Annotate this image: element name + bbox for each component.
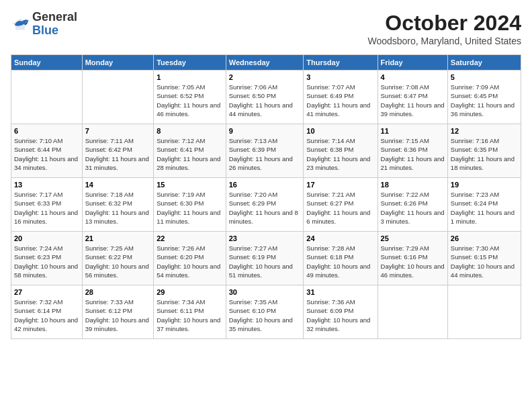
day-info: Sunrise: 7:19 AM Sunset: 6:30 PM Dayligh… bbox=[157, 190, 223, 226]
calendar-cell: 11Sunrise: 7:15 AM Sunset: 6:36 PM Dayli… bbox=[378, 124, 447, 178]
calendar-cell: 1Sunrise: 7:05 AM Sunset: 6:52 PM Daylig… bbox=[154, 71, 226, 124]
calendar-cell: 16Sunrise: 7:20 AM Sunset: 6:29 PM Dayli… bbox=[226, 178, 304, 232]
calendar-cell: 5Sunrise: 7:09 AM Sunset: 6:45 PM Daylig… bbox=[447, 71, 521, 124]
calendar-cell: 14Sunrise: 7:18 AM Sunset: 6:32 PM Dayli… bbox=[82, 178, 154, 232]
calendar-cell: 2Sunrise: 7:06 AM Sunset: 6:50 PM Daylig… bbox=[226, 71, 304, 124]
day-number: 11 bbox=[381, 127, 445, 135]
calendar-cell: 26Sunrise: 7:30 AM Sunset: 6:15 PM Dayli… bbox=[447, 232, 521, 285]
day-number: 2 bbox=[229, 73, 301, 81]
calendar-header-monday: Monday bbox=[82, 55, 154, 71]
page-header: General Blue October 2024 Woodsboro, Mar… bbox=[11, 11, 521, 46]
day-info: Sunrise: 7:16 AM Sunset: 6:35 PM Dayligh… bbox=[451, 136, 518, 172]
day-number: 17 bbox=[306, 181, 374, 189]
month-title: October 2024 bbox=[367, 11, 521, 36]
day-number: 12 bbox=[451, 127, 518, 135]
calendar-cell: 23Sunrise: 7:27 AM Sunset: 6:19 PM Dayli… bbox=[226, 232, 304, 285]
day-info: Sunrise: 7:22 AM Sunset: 6:26 PM Dayligh… bbox=[381, 190, 445, 226]
day-number: 26 bbox=[451, 234, 518, 242]
day-number: 28 bbox=[85, 288, 151, 296]
day-number: 22 bbox=[157, 234, 223, 242]
calendar-week-4: 20Sunrise: 7:24 AM Sunset: 6:23 PM Dayli… bbox=[11, 232, 521, 285]
calendar-cell: 21Sunrise: 7:25 AM Sunset: 6:22 PM Dayli… bbox=[82, 232, 154, 285]
day-info: Sunrise: 7:11 AM Sunset: 6:42 PM Dayligh… bbox=[85, 136, 151, 172]
logo-text: General Blue bbox=[32, 11, 77, 38]
day-info: Sunrise: 7:34 AM Sunset: 6:11 PM Dayligh… bbox=[157, 298, 223, 333]
day-info: Sunrise: 7:18 AM Sunset: 6:32 PM Dayligh… bbox=[85, 190, 151, 226]
calendar-table: SundayMondayTuesdayWednesdayThursdayFrid… bbox=[11, 54, 521, 339]
calendar-cell bbox=[82, 71, 154, 124]
calendar-header-thursday: Thursday bbox=[304, 55, 378, 71]
day-number: 4 bbox=[381, 73, 445, 81]
calendar-cell: 20Sunrise: 7:24 AM Sunset: 6:23 PM Dayli… bbox=[11, 232, 83, 285]
logo-blue: Blue bbox=[32, 24, 58, 37]
calendar-week-2: 6Sunrise: 7:10 AM Sunset: 6:44 PM Daylig… bbox=[11, 124, 521, 178]
calendar-cell: 31Sunrise: 7:36 AM Sunset: 6:09 PM Dayli… bbox=[304, 285, 378, 339]
calendar-cell: 27Sunrise: 7:32 AM Sunset: 6:14 PM Dayli… bbox=[11, 285, 83, 339]
day-number: 20 bbox=[14, 234, 79, 242]
day-number: 10 bbox=[306, 127, 374, 135]
day-number: 23 bbox=[229, 234, 301, 242]
location: Woodsboro, Maryland, United States bbox=[367, 36, 521, 46]
day-info: Sunrise: 7:12 AM Sunset: 6:41 PM Dayligh… bbox=[157, 136, 223, 172]
day-info: Sunrise: 7:21 AM Sunset: 6:27 PM Dayligh… bbox=[306, 190, 374, 226]
day-info: Sunrise: 7:20 AM Sunset: 6:29 PM Dayligh… bbox=[229, 190, 301, 226]
day-number: 14 bbox=[85, 181, 151, 189]
day-number: 8 bbox=[157, 127, 223, 135]
day-number: 3 bbox=[306, 73, 374, 81]
calendar-week-3: 13Sunrise: 7:17 AM Sunset: 6:33 PM Dayli… bbox=[11, 178, 521, 232]
day-number: 25 bbox=[381, 234, 445, 242]
day-number: 29 bbox=[157, 288, 223, 296]
day-number: 6 bbox=[14, 127, 79, 135]
day-info: Sunrise: 7:08 AM Sunset: 6:47 PM Dayligh… bbox=[381, 83, 445, 118]
calendar-cell: 28Sunrise: 7:33 AM Sunset: 6:12 PM Dayli… bbox=[82, 285, 154, 339]
logo-general: General bbox=[32, 10, 77, 24]
day-info: Sunrise: 7:30 AM Sunset: 6:15 PM Dayligh… bbox=[451, 244, 518, 279]
calendar-cell: 13Sunrise: 7:17 AM Sunset: 6:33 PM Dayli… bbox=[11, 178, 83, 232]
day-number: 24 bbox=[306, 234, 374, 242]
day-info: Sunrise: 7:09 AM Sunset: 6:45 PM Dayligh… bbox=[451, 83, 518, 118]
calendar-header-friday: Friday bbox=[378, 55, 447, 71]
calendar-cell: 10Sunrise: 7:14 AM Sunset: 6:38 PM Dayli… bbox=[304, 124, 378, 178]
calendar-cell: 15Sunrise: 7:19 AM Sunset: 6:30 PM Dayli… bbox=[154, 178, 226, 232]
calendar-cell: 30Sunrise: 7:35 AM Sunset: 6:10 PM Dayli… bbox=[226, 285, 304, 339]
day-number: 21 bbox=[85, 234, 151, 242]
day-number: 13 bbox=[14, 181, 79, 189]
day-info: Sunrise: 7:05 AM Sunset: 6:52 PM Dayligh… bbox=[157, 83, 223, 118]
day-info: Sunrise: 7:33 AM Sunset: 6:12 PM Dayligh… bbox=[85, 298, 151, 333]
calendar-header-wednesday: Wednesday bbox=[226, 55, 304, 71]
day-info: Sunrise: 7:35 AM Sunset: 6:10 PM Dayligh… bbox=[229, 298, 301, 333]
day-info: Sunrise: 7:07 AM Sunset: 6:49 PM Dayligh… bbox=[306, 83, 374, 118]
day-info: Sunrise: 7:15 AM Sunset: 6:36 PM Dayligh… bbox=[381, 136, 445, 172]
day-info: Sunrise: 7:10 AM Sunset: 6:44 PM Dayligh… bbox=[14, 136, 79, 172]
day-number: 31 bbox=[306, 288, 374, 296]
day-number: 1 bbox=[157, 73, 223, 81]
day-info: Sunrise: 7:27 AM Sunset: 6:19 PM Dayligh… bbox=[229, 244, 301, 279]
day-number: 15 bbox=[157, 181, 223, 189]
calendar-cell: 24Sunrise: 7:28 AM Sunset: 6:18 PM Dayli… bbox=[304, 232, 378, 285]
day-number: 5 bbox=[451, 73, 518, 81]
day-info: Sunrise: 7:06 AM Sunset: 6:50 PM Dayligh… bbox=[229, 83, 301, 118]
day-info: Sunrise: 7:28 AM Sunset: 6:18 PM Dayligh… bbox=[306, 244, 374, 279]
calendar-cell: 25Sunrise: 7:29 AM Sunset: 6:16 PM Dayli… bbox=[378, 232, 447, 285]
calendar-cell: 29Sunrise: 7:34 AM Sunset: 6:11 PM Dayli… bbox=[154, 285, 226, 339]
calendar-cell bbox=[447, 285, 521, 339]
title-block: October 2024 Woodsboro, Maryland, United… bbox=[367, 11, 521, 46]
calendar-cell: 12Sunrise: 7:16 AM Sunset: 6:35 PM Dayli… bbox=[447, 124, 521, 178]
calendar-cell: 22Sunrise: 7:26 AM Sunset: 6:20 PM Dayli… bbox=[154, 232, 226, 285]
day-info: Sunrise: 7:32 AM Sunset: 6:14 PM Dayligh… bbox=[14, 298, 79, 333]
day-info: Sunrise: 7:25 AM Sunset: 6:22 PM Dayligh… bbox=[85, 244, 151, 279]
day-number: 18 bbox=[381, 181, 445, 189]
day-number: 30 bbox=[229, 288, 301, 296]
day-info: Sunrise: 7:23 AM Sunset: 6:24 PM Dayligh… bbox=[451, 190, 518, 226]
day-info: Sunrise: 7:14 AM Sunset: 6:38 PM Dayligh… bbox=[306, 136, 374, 172]
calendar-cell: 4Sunrise: 7:08 AM Sunset: 6:47 PM Daylig… bbox=[378, 71, 447, 124]
calendar-header-sunday: Sunday bbox=[11, 55, 83, 71]
day-info: Sunrise: 7:29 AM Sunset: 6:16 PM Dayligh… bbox=[381, 244, 445, 279]
logo-bird-icon bbox=[11, 15, 30, 34]
calendar-cell bbox=[11, 71, 83, 124]
calendar-cell: 18Sunrise: 7:22 AM Sunset: 6:26 PM Dayli… bbox=[378, 178, 447, 232]
calendar-cell: 6Sunrise: 7:10 AM Sunset: 6:44 PM Daylig… bbox=[11, 124, 83, 178]
calendar-cell: 17Sunrise: 7:21 AM Sunset: 6:27 PM Dayli… bbox=[304, 178, 378, 232]
calendar-cell: 3Sunrise: 7:07 AM Sunset: 6:49 PM Daylig… bbox=[304, 71, 378, 124]
day-number: 27 bbox=[14, 288, 79, 296]
